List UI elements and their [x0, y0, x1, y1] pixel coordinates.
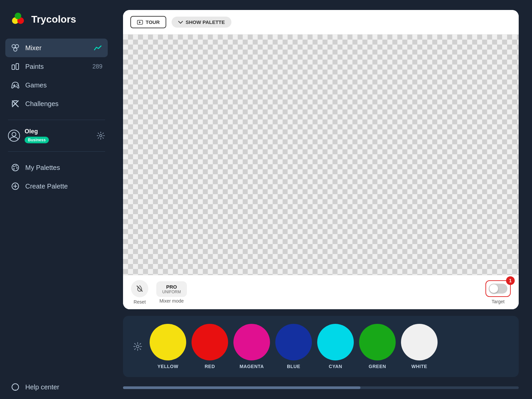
- show-palette-label: SHOW PALETTE: [186, 19, 225, 25]
- color-name: RED: [204, 364, 215, 369]
- show-palette-button[interactable]: SHOW PALETTE: [172, 17, 231, 28]
- sidebar-item-challenges[interactable]: Challenges: [5, 94, 108, 113]
- color-circle: [192, 324, 228, 360]
- mixer-icon: [11, 43, 20, 53]
- user-avatar-icon: [8, 130, 20, 142]
- svg-point-23: [16, 167, 18, 169]
- toggle-knob: [489, 284, 498, 293]
- svg-point-21: [13, 166, 15, 167]
- target-badge: 1: [506, 276, 515, 285]
- mixer-mode-button[interactable]: PRO UNIFORM Mixer mode: [156, 281, 187, 304]
- color-swatch-item[interactable]: BLUE: [275, 324, 312, 369]
- user-settings-icon[interactable]: [96, 131, 105, 140]
- sidebar-item-mixer[interactable]: Mixer: [5, 39, 108, 57]
- sidebar-item-paints[interactable]: Paints 289: [5, 57, 108, 76]
- reset-icon: [131, 280, 148, 297]
- palette-section: YELLOWREDMAGENTABLUECYANGREENWHITE: [123, 316, 519, 377]
- create-palette-icon: [11, 182, 20, 191]
- color-swatch-item[interactable]: GREEN: [359, 324, 396, 369]
- app-name: Trycolors: [31, 14, 76, 25]
- svg-point-4: [12, 45, 15, 48]
- reset-button[interactable]: Reset: [131, 280, 148, 305]
- sidebar: Trycolors Mixer: [0, 0, 113, 399]
- mixer-bottom-bar: Reset PRO UNIFORM Mixer mode 1 Target: [123, 275, 519, 309]
- logo-area: Trycolors: [0, 0, 113, 36]
- challenges-icon: [11, 99, 20, 108]
- sidebar-item-games-label: Games: [25, 81, 47, 89]
- app-logo-icon: [9, 11, 27, 28]
- paints-icon: [11, 62, 20, 71]
- svg-point-12: [18, 85, 19, 86]
- color-circle: [275, 324, 312, 360]
- svg-point-28: [12, 384, 19, 390]
- tour-icon: [137, 20, 143, 25]
- main-content: TOUR SHOW PALETTE: [113, 0, 532, 399]
- svg-point-3: [13, 19, 17, 23]
- color-name: MAGENTA: [239, 364, 264, 369]
- user-name: Oleg: [25, 128, 92, 135]
- svg-marker-31: [139, 21, 141, 23]
- color-swatch-item[interactable]: YELLOW: [150, 324, 186, 369]
- mixer-mode-label: Mixer mode: [159, 298, 184, 304]
- tour-button-label: TOUR: [146, 19, 160, 25]
- palette-settings-icon[interactable]: [132, 341, 143, 352]
- tour-button[interactable]: TOUR: [130, 16, 166, 28]
- mixer-mode-pill: PRO UNIFORM: [156, 281, 187, 297]
- sidebar-item-mixer-label: Mixer: [25, 44, 42, 52]
- sidebar-item-create-palette[interactable]: Create Palette: [5, 177, 108, 196]
- sidebar-item-help[interactable]: Help center: [5, 378, 108, 396]
- color-circle: [359, 324, 396, 360]
- color-swatch-item[interactable]: CYAN: [317, 324, 354, 369]
- sidebar-item-challenges-label: Challenges: [25, 100, 59, 108]
- sidebar-item-games[interactable]: Games: [5, 76, 108, 94]
- target-button-wrapper: 1 Target: [485, 280, 511, 304]
- target-label: Target: [492, 299, 505, 304]
- sidebar-item-create-palette-label: Create Palette: [25, 183, 68, 190]
- chevron-down-icon: [178, 21, 183, 24]
- sidebar-item-help-label: Help center: [25, 383, 59, 391]
- color-circle: [233, 324, 270, 360]
- bottom-nav: My Palettes Create Palette: [0, 156, 113, 198]
- svg-point-11: [17, 84, 18, 85]
- color-circle: [401, 324, 438, 360]
- color-name: YELLOW: [158, 364, 179, 369]
- user-info: Oleg Business: [25, 128, 92, 143]
- color-swatch-item[interactable]: RED: [192, 324, 228, 369]
- svg-point-33: [136, 345, 139, 348]
- paints-badge: 289: [92, 63, 102, 70]
- color-swatch-item[interactable]: MAGENTA: [233, 324, 270, 369]
- games-icon: [11, 80, 20, 90]
- reset-label: Reset: [134, 299, 146, 305]
- main-nav: Mixer Paints 289: [0, 36, 113, 116]
- svg-point-22: [15, 165, 17, 167]
- mixer-canvas[interactable]: [123, 35, 519, 275]
- svg-point-20: [12, 164, 19, 171]
- divider-2: [8, 151, 105, 152]
- svg-point-6: [14, 48, 17, 51]
- svg-rect-8: [16, 64, 19, 69]
- sidebar-item-paints-label: Paints: [25, 63, 44, 70]
- target-toggle[interactable]: [489, 284, 507, 294]
- color-name: GREEN: [369, 364, 386, 369]
- mixer-mode-sub: UNIFORM: [162, 290, 181, 294]
- user-section: Oleg Business: [0, 124, 113, 147]
- color-name: BLUE: [287, 364, 300, 369]
- color-name: WHITE: [411, 364, 427, 369]
- mixer-trend-icon: [94, 45, 102, 51]
- color-circle: [317, 324, 354, 360]
- mixer-mode-pro: PRO: [162, 284, 181, 290]
- help-icon: [11, 382, 20, 392]
- color-circle: [150, 324, 186, 360]
- palette-icon: [11, 163, 20, 172]
- svg-point-5: [15, 45, 19, 48]
- sidebar-item-my-palettes-label: My Palettes: [25, 164, 60, 172]
- svg-rect-7: [12, 65, 15, 69]
- color-swatch-item[interactable]: WHITE: [401, 324, 438, 369]
- palette-scrollbar-track[interactable]: [123, 386, 519, 389]
- user-plan-badge: Business: [25, 137, 49, 143]
- mixer-toolbar: TOUR SHOW PALETTE: [123, 10, 519, 35]
- sidebar-item-my-palettes[interactable]: My Palettes: [5, 158, 108, 177]
- svg-point-24: [13, 168, 15, 170]
- color-name: CYAN: [329, 364, 342, 369]
- svg-point-19: [100, 135, 102, 137]
